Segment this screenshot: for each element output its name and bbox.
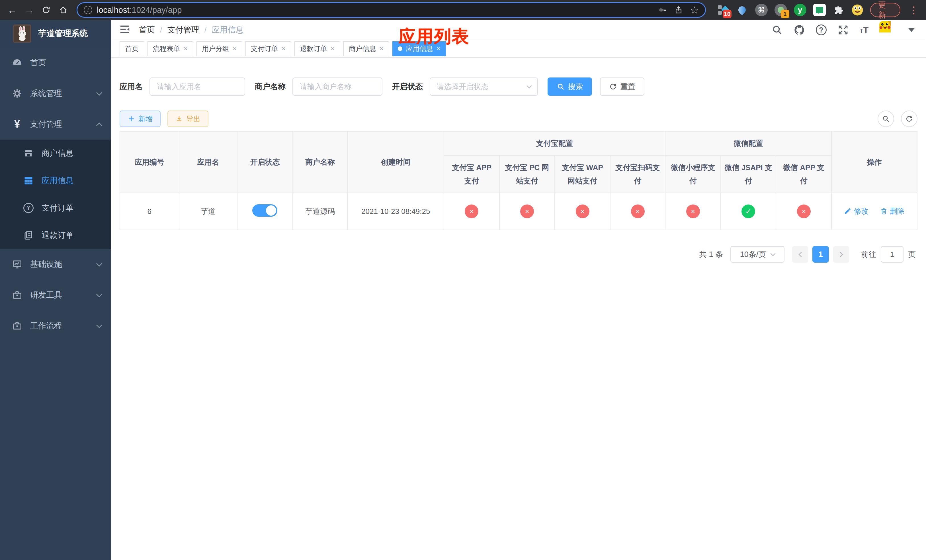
wx-mini-status-icon: ×: [686, 204, 700, 218]
sidebar-collapse-icon[interactable]: [119, 24, 132, 36]
address-bar[interactable]: i localhost:1024/pay/app ☆: [77, 2, 706, 18]
browser-forward-button[interactable]: →: [23, 3, 36, 17]
extension-y-icon[interactable]: y: [794, 3, 806, 17]
breadcrumb-home[interactable]: 首页: [139, 24, 155, 35]
goto-page-input[interactable]: [881, 246, 903, 263]
download-icon: [176, 115, 183, 123]
sidebar-item-dev-tools[interactable]: 研发工具: [0, 280, 111, 310]
app-name-input[interactable]: [150, 77, 245, 96]
extensions-puzzle-icon[interactable]: [832, 3, 844, 17]
wx-app-status-icon: ×: [797, 204, 811, 218]
sidebar-item-pay-orders[interactable]: ¥ 支付订单: [0, 194, 111, 222]
reload-icon: [42, 6, 50, 14]
next-page-button[interactable]: [833, 246, 849, 263]
sidebar-item-payment[interactable]: ¥ 支付管理: [0, 109, 111, 139]
yen-icon: ¥: [11, 118, 23, 130]
gear-icon: [11, 88, 23, 98]
tab-process-form[interactable]: 流程表单×: [147, 41, 193, 56]
close-icon[interactable]: ×: [281, 45, 286, 53]
sidebar-item-app-info[interactable]: 应用信息: [0, 167, 111, 194]
col-header-alipay-app: 支付宝 APP 支付: [444, 156, 499, 193]
chevron-down-icon: [96, 291, 102, 297]
sidebar-item-workflow[interactable]: 工作流程: [0, 310, 111, 341]
delete-link[interactable]: 删除: [880, 206, 905, 216]
page-size-select[interactable]: 10条/页: [730, 246, 784, 263]
browser-home-button[interactable]: [57, 3, 70, 17]
sidebar-item-home[interactable]: 首页: [0, 47, 111, 78]
tags-view-bar: 首页 流程表单× 用户分组× 支付订单× 退款订单× 商户信息× 应用信息×: [111, 40, 926, 58]
extension-balloon-icon[interactable]: [736, 3, 748, 17]
sidebar-item-label: 首页: [30, 57, 101, 68]
merchant-name-input[interactable]: [292, 77, 383, 96]
col-header-alipay-pc: 支付宝 PC 网站支付: [499, 156, 555, 193]
yen-circle-icon: ¥: [23, 203, 34, 213]
close-icon[interactable]: ×: [380, 45, 384, 53]
close-icon[interactable]: ×: [184, 45, 188, 53]
browser-back-button[interactable]: ←: [6, 3, 19, 17]
col-header-wx-mini: 微信小程序支付: [665, 156, 721, 193]
export-button[interactable]: 导出: [168, 110, 209, 127]
home-icon: [59, 6, 68, 14]
sidebar-item-label: 支付管理: [30, 119, 90, 130]
close-icon[interactable]: ×: [331, 45, 334, 53]
edit-link[interactable]: 修改: [844, 206, 869, 216]
prev-page-button[interactable]: [792, 246, 808, 263]
tab-merchant-info[interactable]: 商户信息×: [343, 41, 389, 56]
reset-button[interactable]: 重置: [600, 77, 645, 96]
tab-user-group[interactable]: 用户分组×: [197, 41, 242, 56]
status-toggle[interactable]: [252, 204, 277, 217]
filter-form: 应用名 商户名称 开启状态 请选择开启状态: [120, 77, 917, 96]
chevron-right-icon: [838, 252, 843, 257]
refresh-table-button[interactable]: [901, 110, 917, 127]
browser-update-button[interactable]: 更新: [870, 3, 900, 17]
grid-icon: [23, 176, 34, 186]
extensions-area: 10 ⌘ 1 y 更新 ⋮: [717, 3, 920, 17]
sidebar-logo[interactable]: 芋道管理系统: [0, 20, 111, 47]
table-toolbar: 新增 导出: [120, 110, 917, 127]
extension-chat-icon[interactable]: [813, 3, 826, 17]
sidebar-item-refund-orders[interactable]: 退款订单: [0, 222, 111, 249]
user-avatar[interactable]: [879, 21, 897, 39]
chevron-down-icon: [770, 251, 776, 256]
page-number-button[interactable]: 1: [813, 246, 829, 263]
cell-app-id: 6: [120, 193, 179, 230]
search-icon: [882, 115, 890, 123]
toggle-search-button[interactable]: [878, 110, 894, 127]
bookmark-star-icon[interactable]: ☆: [690, 5, 699, 15]
sidebar-item-infra[interactable]: 基础设施: [0, 249, 111, 280]
breadcrumb-payment[interactable]: 支付管理: [168, 24, 199, 35]
font-size-icon[interactable]: TT: [859, 25, 869, 35]
password-key-icon[interactable]: [658, 6, 667, 14]
chevron-down-icon: [96, 322, 102, 328]
profile-avatar-emoji[interactable]: [851, 3, 863, 17]
tab-pay-orders[interactable]: 支付订单×: [245, 41, 291, 56]
col-header-status: 开启状态: [237, 131, 293, 193]
search-icon[interactable]: [772, 24, 783, 36]
tab-refund-orders[interactable]: 退款订单×: [294, 41, 340, 56]
extension-blocks-icon[interactable]: 10: [717, 3, 729, 17]
github-icon[interactable]: [794, 24, 805, 36]
share-icon[interactable]: [674, 6, 683, 14]
help-icon[interactable]: ?: [816, 24, 827, 35]
site-info-icon[interactable]: i: [84, 6, 92, 14]
extension-command-icon[interactable]: ⌘: [755, 3, 768, 17]
add-button[interactable]: 新增: [120, 110, 160, 127]
group-header-wechat: 微信配置: [665, 131, 831, 156]
sidebar-item-merchant-info[interactable]: 商户信息: [0, 139, 111, 167]
close-icon[interactable]: ×: [233, 45, 237, 53]
search-button[interactable]: 搜索: [548, 77, 592, 96]
status-select[interactable]: 请选择开启状态: [430, 77, 538, 96]
app-table: 应用编号 应用名 开启状态 商户名称 创建时间 支付宝配置 微信配置 操作 支付…: [120, 131, 917, 230]
browser-reload-button[interactable]: [40, 3, 53, 17]
sidebar-item-system[interactable]: 系统管理: [0, 78, 111, 109]
sidebar-item-label: 支付订单: [42, 203, 73, 213]
extension-badge: 1: [781, 10, 789, 18]
extension-proxy-icon[interactable]: 1: [775, 3, 787, 17]
avatar-caret-icon[interactable]: [908, 28, 915, 32]
cell-created: 2021-10-23 08:49:25: [347, 193, 444, 230]
tab-home[interactable]: 首页: [120, 41, 144, 56]
alipay-qr-status-icon: ×: [631, 204, 645, 218]
fullscreen-icon[interactable]: [837, 24, 849, 36]
url-text: localhost:1024/pay/app: [97, 5, 654, 15]
browser-menu-icon[interactable]: ⋮: [907, 4, 920, 16]
